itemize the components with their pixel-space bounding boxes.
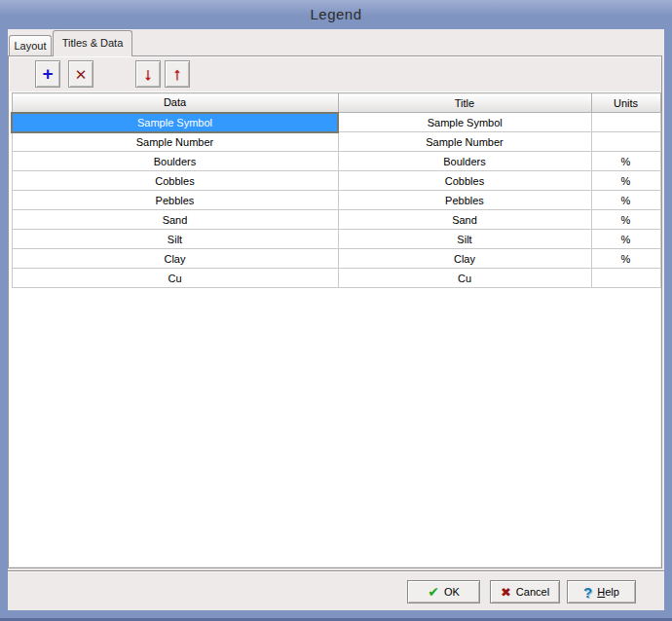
cell-title[interactable]: Boulders <box>338 152 591 171</box>
cell-title[interactable]: Clay <box>338 249 591 269</box>
cell-units[interactable]: % <box>591 230 660 249</box>
cell-data[interactable]: Sample Symbol <box>12 113 338 132</box>
arrow-up-icon: ↑ <box>173 65 182 83</box>
cell-title[interactable]: Pebbles <box>338 191 591 210</box>
delete-row-button[interactable]: ✕ <box>68 60 93 88</box>
cell-data[interactable]: Boulders <box>12 152 338 171</box>
help-button-label: Help <box>597 586 619 598</box>
cell-title[interactable]: Sand <box>338 210 591 230</box>
legend-dialog: Legend Layout Titles & Data + ✕ ↓ ↑ <box>0 0 672 621</box>
cell-units[interactable]: % <box>591 191 660 210</box>
move-up-button[interactable]: ↑ <box>165 60 190 88</box>
table-row: Cu Cu <box>12 269 660 288</box>
column-header-title: Title <box>338 93 591 113</box>
cell-units[interactable]: % <box>591 249 660 269</box>
cell-data[interactable]: Cobbles <box>12 171 338 191</box>
cell-data[interactable]: Pebbles <box>12 191 338 210</box>
cell-units[interactable]: % <box>591 210 660 230</box>
arrow-down-icon: ↓ <box>144 65 153 83</box>
titles-data-table: Data Title Units Sample Symbol Sample Sy… <box>11 92 661 288</box>
table-row: Cobbles Cobbles % <box>12 171 660 191</box>
cell-data[interactable]: Silt <box>12 230 338 249</box>
cell-units[interactable] <box>591 132 660 152</box>
button-panel: ✔ OK ✖ Cancel ? Help <box>8 572 664 610</box>
plus-icon: + <box>42 64 53 83</box>
ok-button-label: OK <box>444 586 460 598</box>
window-title: Legend <box>310 0 361 29</box>
toolbar: + ✕ ↓ ↑ <box>10 57 660 91</box>
data-grid: Data Title Units Sample Symbol Sample Sy… <box>10 91 660 566</box>
table-row: Sample Number Sample Number <box>12 132 660 152</box>
tab-titles-and-data[interactable]: Titles & Data <box>53 30 132 56</box>
cell-title[interactable]: Silt <box>338 230 591 249</box>
cell-data[interactable]: Sample Number <box>12 132 338 152</box>
help-button[interactable]: ? Help <box>567 580 636 603</box>
cancel-button-label: Cancel <box>516 586 549 598</box>
question-mark-icon: ? <box>583 585 592 600</box>
add-row-button[interactable]: + <box>35 60 60 88</box>
delete-x-icon: ✕ <box>75 67 88 82</box>
ok-button[interactable]: ✔ OK <box>407 580 480 603</box>
table-row: Sample Symbol Sample Symbol <box>12 113 660 132</box>
cell-units[interactable]: % <box>591 171 660 191</box>
cell-title[interactable]: Cobbles <box>338 171 591 191</box>
cell-title[interactable]: Sample Number <box>338 132 591 152</box>
cell-data[interactable]: Cu <box>12 269 338 288</box>
header-row: Data Title Units <box>12 93 660 113</box>
titlebar[interactable]: Legend <box>0 0 672 29</box>
checkmark-icon: ✔ <box>428 585 439 599</box>
cell-title[interactable]: Cu <box>338 269 591 288</box>
cancel-button[interactable]: ✖ Cancel <box>490 580 560 603</box>
cell-units[interactable] <box>591 269 660 288</box>
tab-strip: Layout Titles & Data <box>8 29 664 55</box>
move-down-button[interactable]: ↓ <box>135 60 161 88</box>
cell-data[interactable]: Sand <box>12 210 338 230</box>
table-body: Sample Symbol Sample Symbol Sample Numbe… <box>12 113 660 288</box>
table-row: Silt Silt % <box>12 230 660 249</box>
tab-page-titles-and-data: + ✕ ↓ ↑ Da <box>8 55 662 568</box>
cell-data[interactable]: Clay <box>12 249 338 269</box>
column-header-units: Units <box>591 93 660 113</box>
table-row: Boulders Boulders % <box>12 152 660 171</box>
column-header-data: Data <box>12 93 338 113</box>
dialog-client-area: Layout Titles & Data + ✕ ↓ ↑ <box>8 29 664 610</box>
cancel-x-icon: ✖ <box>501 586 511 599</box>
table-row: Sand Sand % <box>12 210 660 230</box>
cell-units[interactable] <box>591 113 660 132</box>
table-row: Clay Clay % <box>12 249 660 269</box>
tab-layout[interactable]: Layout <box>9 35 52 55</box>
cell-title[interactable]: Sample Symbol <box>338 113 591 132</box>
cell-units[interactable]: % <box>591 152 660 171</box>
table-row: Pebbles Pebbles % <box>12 191 660 210</box>
